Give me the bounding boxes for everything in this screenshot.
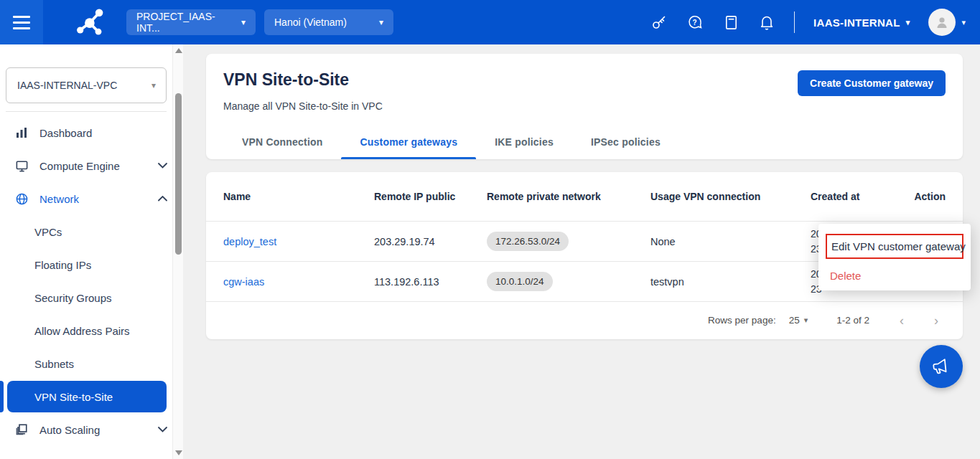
column-header-action: Action: [911, 191, 946, 202]
app-header: PROJECT_IAAS-INT... ▾ Hanoi (Vietnam) ▾ …: [0, 0, 980, 44]
tab-ike-policies[interactable]: IKE policies: [476, 136, 572, 159]
support-chat-icon: ?: [686, 14, 704, 32]
gateway-name-link[interactable]: deploy_test: [223, 236, 276, 247]
usage-vpn-connection-value: testvpn: [650, 276, 811, 288]
docs-book-icon: [723, 14, 739, 31]
hamburger-icon: [13, 16, 30, 29]
sidebar-item-label: VPN Site-to-Site: [34, 391, 113, 403]
chevron-down-icon: ▾: [379, 17, 383, 27]
chevron-up-icon: [158, 196, 167, 202]
chevron-down-icon: ▾: [804, 316, 808, 325]
column-header-name: Name: [223, 191, 374, 202]
sidebar-item-label: Dashboard: [39, 127, 92, 139]
compute-monitor-icon: [14, 159, 29, 173]
megaphone-icon: [930, 356, 953, 378]
remote-ip-value: 113.192.6.113: [374, 276, 487, 288]
sidebar-item-label: Allow Address Pairs: [34, 325, 130, 337]
project-selector-value: PROJECT_IAAS-INT...: [136, 11, 234, 34]
delete-menu-item[interactable]: Delete: [818, 263, 971, 282]
chevron-down-icon: ▾: [961, 18, 966, 27]
sidebar-item-network[interactable]: Network: [0, 182, 183, 215]
avatar-menu[interactable]: ▾: [928, 9, 966, 36]
tab-bar: VPN Connection Customer gateways IKE pol…: [223, 136, 679, 159]
region-selector[interactable]: Hanoi (Vietnam) ▾: [264, 9, 393, 35]
menu-toggle-button[interactable]: [0, 0, 43, 44]
dashboard-icon: [14, 126, 29, 139]
row-action-context-menu: Edit VPN customer gateway Delete: [818, 224, 971, 290]
vpc-selector-value: IAAS-INTERNAL-VPC: [17, 80, 117, 91]
rows-per-page-label: Rows per page:: [708, 315, 776, 326]
support-button[interactable]: ?: [686, 14, 704, 31]
sidebar: IAAS-INTERNAL-VPC ▾ Dashboard Compute En…: [0, 44, 183, 459]
key-icon: [650, 14, 668, 31]
create-customer-gateway-button[interactable]: Create Customer gateway: [798, 70, 946, 96]
tab-vpn-connection[interactable]: VPN Connection: [223, 136, 341, 159]
vpc-selector[interactable]: IAAS-INTERNAL-VPC ▾: [6, 67, 167, 103]
avatar: [928, 9, 956, 36]
sidebar-item-label: Auto Scaling: [39, 424, 100, 436]
sidebar-item-subnets[interactable]: Subnets: [0, 347, 183, 380]
sidebar-item-vpcs[interactable]: VPCs: [0, 215, 183, 248]
remote-private-network-chip: 172.26.53.0/24: [487, 232, 569, 251]
sidebar-item-label: Subnets: [34, 358, 74, 370]
chevron-down-icon: [158, 163, 167, 169]
account-name: IAAS-INTERNAL: [813, 16, 900, 29]
column-header-remote-private-network: Remote private network: [487, 191, 650, 202]
sidebar-item-vpn-site-to-site[interactable]: VPN Site-to-Site: [7, 381, 167, 412]
column-header-created-at: Created at: [811, 191, 911, 202]
svg-text:?: ?: [693, 18, 697, 26]
sidebar-item-dashboard[interactable]: Dashboard: [0, 116, 183, 149]
chevron-down-icon: ▾: [151, 80, 156, 90]
sidebar-item-security-groups[interactable]: Security Groups: [0, 281, 183, 314]
gateway-name-link[interactable]: cgw-iaas: [223, 276, 264, 288]
scrollbar-thumb[interactable]: [175, 93, 182, 255]
sidebar-divider: [6, 111, 167, 112]
sidebar-item-compute-engine[interactable]: Compute Engine: [0, 149, 183, 182]
usage-vpn-connection-value: None: [650, 236, 811, 247]
account-menu[interactable]: IAAS-INTERNAL ▾: [813, 16, 910, 29]
pagination-range: 1-2 of 2: [836, 315, 869, 326]
chevron-down-icon: ▾: [906, 18, 910, 27]
sidebar-item-vpn-site-to-site-row: VPN Site-to-Site: [0, 380, 183, 413]
region-selector-value: Hanoi (Vietnam): [274, 16, 347, 28]
rows-per-page-value: 25: [789, 315, 800, 326]
pagination-bar: Rows per page: 25 ▾ 1-2 of 2 ‹ ›: [206, 301, 963, 339]
remote-private-network-chip: 10.0.1.0/24: [487, 272, 553, 291]
sidebar-item-auto-scaling[interactable]: Auto Scaling: [0, 413, 183, 446]
sidebar-scrollbar[interactable]: [172, 44, 183, 459]
user-icon: [933, 14, 951, 31]
notifications-bell-icon: [758, 14, 775, 31]
network-globe-icon: [14, 192, 29, 206]
scroll-up-arrow-icon[interactable]: [175, 48, 182, 53]
previous-page-button[interactable]: ‹: [900, 314, 904, 327]
remote-ip-value: 203.29.19.74: [374, 236, 487, 247]
chevron-down-icon: ▾: [241, 17, 246, 27]
project-selector[interactable]: PROJECT_IAAS-INT... ▾: [126, 9, 256, 35]
tab-ipsec-policies[interactable]: IPSec policies: [572, 136, 679, 159]
column-header-usage-vpn-connection: Usage VPN connection: [650, 191, 811, 202]
sidebar-item-label: Floating IPs: [34, 259, 91, 271]
api-key-button[interactable]: [650, 14, 668, 31]
sidebar-item-floating-ips[interactable]: Floating IPs: [0, 248, 183, 281]
header-divider: [794, 11, 795, 33]
column-header-remote-ip: Remote IP public: [374, 191, 487, 202]
sidebar-item-label: Network: [39, 193, 79, 205]
auto-scaling-layers-icon: [14, 423, 29, 436]
documentation-button[interactable]: [722, 14, 739, 31]
active-item-indicator: [0, 381, 4, 412]
announcements-fab-button[interactable]: [920, 345, 963, 388]
brand-logo-icon: [75, 6, 106, 38]
edit-vpn-customer-gateway-menu-item[interactable]: Edit VPN customer gateway: [826, 234, 963, 259]
page-header-card: VPN Site-to-Site Manage all VPN Site-to-…: [206, 54, 963, 159]
tab-customer-gateways[interactable]: Customer gateways: [341, 136, 476, 159]
notifications-button[interactable]: [758, 14, 775, 31]
sidebar-item-allow-address-pairs[interactable]: Allow Address Pairs: [0, 314, 183, 347]
chevron-down-icon: [158, 427, 167, 432]
scroll-down-arrow-icon[interactable]: [175, 450, 182, 455]
sidebar-item-label: Compute Engine: [39, 160, 120, 172]
table-header-row: Name Remote IP public Remote private net…: [206, 172, 963, 221]
page-subtitle: Manage all VPN Site-to-Site in VPC: [223, 100, 963, 112]
next-page-button[interactable]: ›: [934, 314, 938, 327]
rows-per-page-select[interactable]: 25 ▾: [789, 315, 808, 326]
sidebar-item-label: VPCs: [34, 226, 62, 238]
